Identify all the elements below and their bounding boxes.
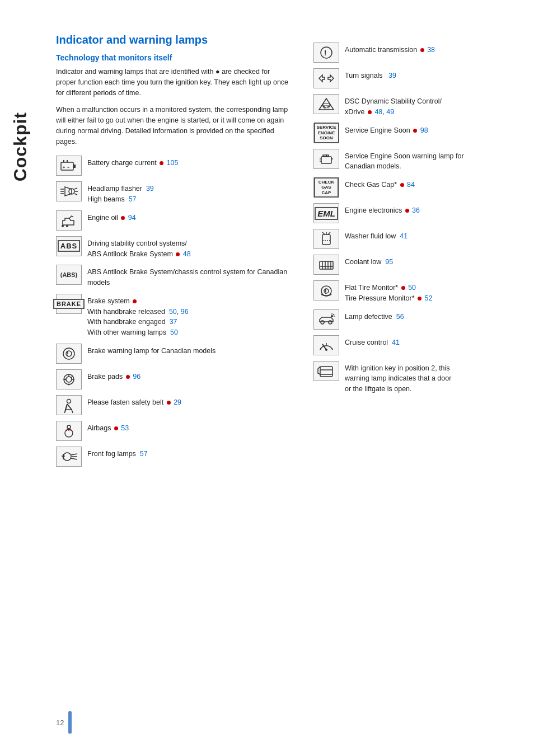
list-item: Cruise control 41 [313, 335, 500, 355]
main-content: Indicator and warning lamps Technology t… [56, 34, 500, 472]
right-column: ! Automatic transmission 38 [313, 34, 500, 472]
list-item: 4x4 DSC Dynamic Stability Control/xDrive… [313, 94, 500, 118]
list-item: Headlamp flasher 39 High beams 57 [56, 181, 291, 205]
list-item: Engine oil 94 [56, 210, 291, 231]
brake-text: BRAKE [53, 299, 85, 309]
svg-line-20 [71, 376, 73, 378]
sidebar-label: Cockpit [10, 112, 31, 181]
svg-point-30 [67, 425, 71, 429]
list-item: Turn signals 39 [313, 68, 500, 88]
svg-text:+: + [63, 166, 65, 170]
item-text: Check Gas Cap* 84 [345, 177, 415, 190]
turn-signal-icon [313, 68, 339, 88]
list-item: Front fog lamps 57 [56, 447, 291, 467]
item-text: DSC Dynamic Stability Control/xDrive 48,… [345, 94, 442, 118]
item-text: Turn signals 39 [345, 68, 396, 81]
item-text: Brake warning lamp for Canadian models [87, 344, 216, 356]
lamp-defect-icon [313, 309, 339, 330]
svg-line-52 [322, 232, 325, 234]
coolant-icon [313, 255, 339, 275]
service-text: SERVICEENGINESOON [314, 123, 339, 143]
service-engine-icon: SERVICEENGINESOON [313, 123, 339, 143]
svg-rect-51 [326, 155, 329, 157]
seatbelt-icon [56, 395, 82, 415]
list-item: Service Engine Soon warning lamp forCana… [313, 149, 500, 172]
intro-text-2: When a malfunction occurs in a monitored… [56, 105, 291, 147]
svg-rect-76 [320, 367, 332, 377]
svg-point-44 [323, 106, 325, 107]
abs-text: ABS [58, 240, 80, 252]
svg-point-45 [329, 106, 330, 107]
item-text: ABS Antilock Brake System/chassis contro… [87, 265, 291, 288]
right-items-list: ! Automatic transmission 38 [313, 43, 500, 395]
svg-point-35 [63, 453, 71, 461]
battery-icon: + − [56, 156, 82, 176]
list-item: With ignition key in position 2, thiswar… [313, 361, 500, 395]
page-bar [68, 711, 72, 734]
item-text: Engine oil 94 [87, 210, 136, 223]
svg-point-72 [325, 349, 327, 351]
svg-line-29 [72, 410, 73, 413]
brake-pads-icon [56, 369, 82, 389]
list-item: ! Automatic transmission 38 [313, 43, 500, 63]
svg-line-25 [65, 404, 67, 412]
svg-point-22 [64, 378, 66, 380]
svg-rect-50 [323, 155, 326, 157]
svg-point-67 [331, 315, 333, 317]
svg-rect-1 [73, 165, 76, 168]
svg-point-33 [66, 430, 67, 431]
list-item: Lamp defective 56 [313, 309, 500, 330]
svg-point-65 [321, 321, 324, 324]
list-item: ! Flat Tire Monitor* 50 Tire Pressure Mo… [313, 280, 500, 304]
item-text: Coolant low 95 [345, 255, 393, 267]
list-item: + − Battery charge current 105 [56, 156, 291, 176]
svg-rect-46 [321, 157, 331, 163]
page-container: Cockpit Indicator and warning lamps Tech… [0, 0, 534, 756]
list-item: Washer fluid low 41 [313, 229, 500, 249]
section-title: Indicator and warning lamps [56, 34, 291, 46]
abs-canadian-icon: (ABS) [56, 265, 82, 285]
engine-oil-icon [56, 210, 82, 231]
eml-text: EML [315, 207, 338, 220]
svg-text:!: ! [67, 350, 69, 357]
svg-point-13 [62, 225, 64, 227]
item-text: Brake pads 96 [87, 369, 140, 382]
fog-lamp-icon [56, 447, 82, 467]
svg-point-23 [68, 383, 70, 385]
list-item: Airbags 53 [56, 421, 291, 441]
item-text: Engine electronics 36 [345, 203, 420, 216]
abs-icon: ABS [56, 236, 82, 256]
item-text: Service Engine Soon warning lamp forCana… [345, 149, 464, 172]
washer-icon [313, 229, 339, 249]
brake-canadian-icon: ! [56, 344, 82, 364]
page-number-area: 12 [56, 711, 72, 734]
svg-line-12 [74, 194, 77, 195]
svg-line-69 [333, 314, 334, 315]
list-item: ! Brake warning lamp for Canadian models [56, 344, 291, 364]
item-text: Battery charge current 105 [87, 156, 179, 168]
list-item: EML Engine electronics 36 [313, 203, 500, 223]
item-text: Headlamp flasher 39 High beams 57 [87, 181, 154, 205]
eml-icon: EML [313, 203, 339, 223]
svg-line-10 [74, 188, 77, 189]
list-item: (ABS) ABS Antilock Brake System/chassis … [56, 265, 291, 288]
list-item: Please fasten safety belt 29 [56, 395, 291, 415]
list-item: Brake pads 96 [56, 369, 291, 389]
dsc-icon: 4x4 [313, 94, 339, 114]
item-text: Front fog lamps 57 [87, 447, 148, 459]
svg-point-24 [67, 399, 71, 403]
check-gas-text: CHECKGAS CAP [314, 177, 339, 198]
list-item: ABS Driving stability control systems/AB… [56, 236, 291, 260]
airbag-icon [56, 421, 82, 441]
service-canadian-icon [313, 149, 339, 169]
svg-point-34 [71, 430, 72, 431]
svg-text:!: ! [325, 288, 327, 295]
svg-line-26 [67, 404, 72, 410]
auto-trans-icon: ! [313, 43, 339, 63]
cruise-icon [313, 335, 339, 355]
subsection-title: Technology that monitors itself [56, 53, 291, 62]
check-gas-icon: CHECKGAS CAP [313, 177, 339, 198]
list-item: CHECKGAS CAP Check Gas Cap* 84 [313, 177, 500, 198]
svg-text:−: − [67, 166, 69, 170]
item-text: Cruise control 41 [345, 335, 400, 348]
